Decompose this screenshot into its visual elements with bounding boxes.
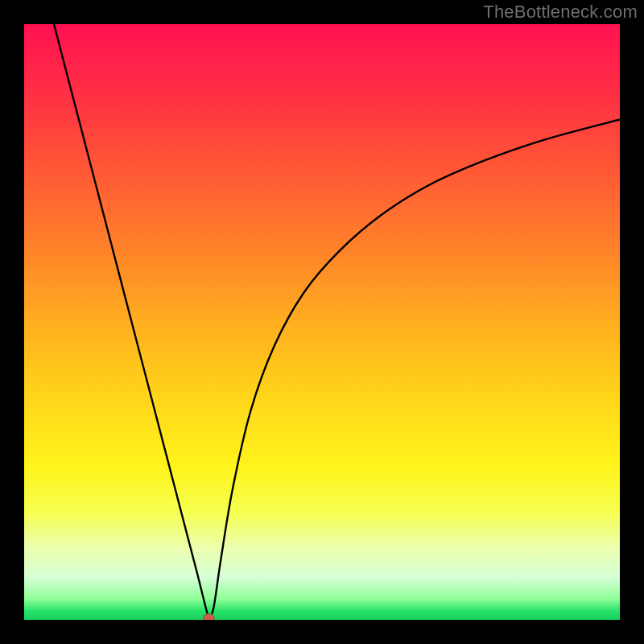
watermark-text: TheBottleneck.com	[483, 2, 638, 23]
chart-frame: TheBottleneck.com	[0, 0, 644, 644]
plot-background	[24, 24, 620, 620]
bottleneck-plot	[24, 24, 620, 620]
optimal-marker	[203, 613, 214, 620]
